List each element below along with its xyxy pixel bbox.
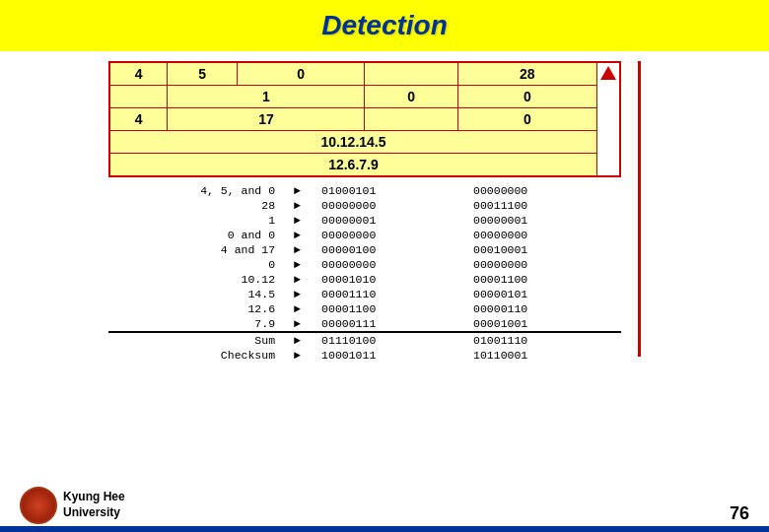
table-row: 12.6.7.9 <box>109 154 620 177</box>
arrow-cell: ► <box>277 242 317 257</box>
binary-value-2: 00001100 <box>469 272 621 287</box>
table-row: 1 0 0 <box>109 86 620 108</box>
university-name: Kyung Hee University <box>63 490 125 520</box>
table-row: 4 17 0 <box>109 108 620 131</box>
table-cell: 1 <box>168 86 365 108</box>
logo-icon <box>20 487 57 524</box>
table-cell <box>596 86 620 108</box>
ip-table-section: 4 5 0 28 1 0 0 4 <box>108 61 621 177</box>
outer-wrapper: 4 5 0 28 1 0 0 4 <box>108 61 661 363</box>
binary-value-2: 00001001 <box>469 316 621 332</box>
binary-value-1: 00000001 <box>317 213 469 228</box>
binary-row: 10.12►0000101000001100 <box>108 272 621 287</box>
binary-row: 14.5►0000111000000101 <box>108 287 621 301</box>
checksum-bin1: 10001011 <box>317 348 469 363</box>
arrow-cell: ► <box>277 213 317 228</box>
binary-label: 4, 5, and 0 <box>108 183 277 198</box>
table-cell: 0 <box>365 86 457 108</box>
triangle-icon <box>600 66 616 80</box>
table-cell: 0 <box>457 108 596 131</box>
arrow-cell: ► <box>277 198 317 213</box>
checksum-row: Checksum►1000101110110001 <box>108 348 621 363</box>
binary-row: 0►0000000000000000 <box>108 257 621 272</box>
sum-bin2: 01001110 <box>469 332 621 348</box>
binary-value-1: 00000111 <box>317 316 469 332</box>
binary-value-1: 00000000 <box>317 228 469 242</box>
footer: Kyung Hee University 76 <box>0 487 769 524</box>
binary-row: 4 and 17►0000010000010001 <box>108 242 621 257</box>
binary-row: 1►0000000100000001 <box>108 213 621 228</box>
binary-row: 0 and 0►0000000000000000 <box>108 228 621 242</box>
binary-label: 4 and 17 <box>108 242 277 257</box>
table-row: 10.12.14.5 <box>109 131 620 154</box>
binary-value-2: 00011100 <box>469 198 621 213</box>
binary-row: 4, 5, and 0►0100010100000000 <box>108 183 621 198</box>
table-cell: 0 <box>457 86 596 108</box>
binary-label: 7.9 <box>108 316 277 332</box>
triangle-cell <box>596 62 620 86</box>
header-bar: Detection <box>0 0 769 51</box>
checksum-bin2: 10110001 <box>469 348 621 363</box>
main-content: 4 5 0 28 1 0 0 4 <box>0 51 769 372</box>
table-cell: 4 <box>109 108 168 131</box>
table-row: 4 5 0 28 <box>109 62 620 86</box>
sum-row: Sum►0111010001001110 <box>108 332 621 348</box>
binary-value-2: 00000000 <box>469 183 621 198</box>
binary-row: 28►0000000000011100 <box>108 198 621 213</box>
bottom-bar <box>0 526 769 532</box>
binary-table: 4, 5, and 0►010001010000000028►000000000… <box>108 183 621 363</box>
table-cell: 12.6.7.9 <box>109 154 596 177</box>
table-cell: 17 <box>168 108 365 131</box>
table-cell: 4 <box>109 62 168 86</box>
binary-value-1: 01000101 <box>317 183 469 198</box>
binary-label: 12.6 <box>108 301 277 316</box>
sum-label: Sum <box>108 332 277 348</box>
binary-value-2: 00000101 <box>469 287 621 301</box>
binary-row: 7.9►0000011100001001 <box>108 316 621 332</box>
binary-label: 14.5 <box>108 287 277 301</box>
binary-value-1: 00000000 <box>317 198 469 213</box>
sum-bin1: 01110100 <box>317 332 469 348</box>
arrow-cell: ► <box>277 257 317 272</box>
table-cell <box>596 154 620 177</box>
binary-label: 0 and 0 <box>108 228 277 242</box>
binary-value-2: 00000110 <box>469 301 621 316</box>
binary-value-2: 00000000 <box>469 257 621 272</box>
arrow-cell: ► <box>277 228 317 242</box>
checksum-arrow: ► <box>277 348 317 363</box>
table-cell <box>596 108 620 131</box>
arrow-cell: ► <box>277 287 317 301</box>
binary-value-1: 00000000 <box>317 257 469 272</box>
university-logo: Kyung Hee University <box>20 487 125 524</box>
binary-row: 12.6►0000110000000110 <box>108 301 621 316</box>
binary-section: 4, 5, and 0►010001010000000028►000000000… <box>108 183 621 363</box>
binary-label: 1 <box>108 213 277 228</box>
table-cell: 5 <box>168 62 238 86</box>
arrow-cell: ► <box>277 183 317 198</box>
ip-table: 4 5 0 28 1 0 0 4 <box>108 61 621 177</box>
binary-label: 28 <box>108 198 277 213</box>
arrow-cell: ► <box>277 272 317 287</box>
checksum-label: Checksum <box>108 348 277 363</box>
binary-value-1: 00001100 <box>317 301 469 316</box>
binary-label: 10.12 <box>108 272 277 287</box>
binary-value-2: 00000001 <box>469 213 621 228</box>
page-title: Detection <box>321 10 448 40</box>
arrow-cell: ► <box>277 301 317 316</box>
arrow-cell: ► <box>277 316 317 332</box>
red-vertical-line <box>638 61 641 357</box>
page-number: 76 <box>730 503 749 524</box>
table-cell: 28 <box>457 62 596 86</box>
binary-value-2: 00000000 <box>469 228 621 242</box>
table-cell <box>365 62 457 86</box>
table-cell <box>109 86 168 108</box>
binary-value-2: 00010001 <box>469 242 621 257</box>
table-cell <box>365 108 457 131</box>
binary-value-1: 00000100 <box>317 242 469 257</box>
table-cell <box>596 131 620 154</box>
sum-arrow: ► <box>277 332 317 348</box>
binary-value-1: 00001010 <box>317 272 469 287</box>
binary-value-1: 00001110 <box>317 287 469 301</box>
table-cell: 0 <box>237 62 365 86</box>
table-cell: 10.12.14.5 <box>109 131 596 154</box>
